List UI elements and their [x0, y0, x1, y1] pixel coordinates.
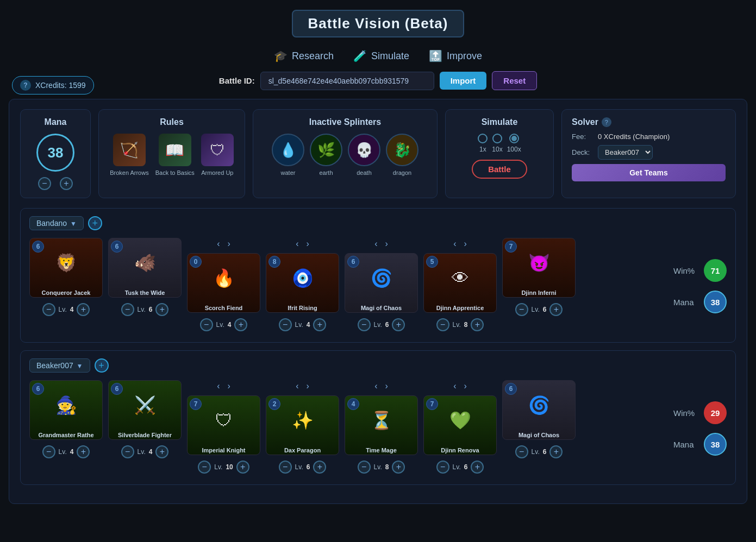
xcredits-help-icon[interactable]: ?: [20, 80, 31, 91]
solver-fee-value: 0 XCredits (Champion): [598, 133, 670, 141]
card-ifrit-increase[interactable]: +: [313, 318, 326, 331]
card-conqueror-jacek-increase[interactable]: +: [77, 303, 90, 316]
team2-nav2-prev[interactable]: ‹: [293, 380, 301, 392]
card-magi-chaos-lv: Lv.: [374, 321, 382, 329]
card-djinn-inferni-image: 7 😈 Djinn Inferni: [502, 238, 576, 298]
card-time-mage-mana: 4: [347, 398, 359, 410]
team2-nav3-prev[interactable]: ‹: [372, 380, 379, 392]
mana-title: Mana: [30, 117, 80, 127]
card-silverblade-increase[interactable]: +: [155, 445, 168, 458]
card-imperial-knight-increase[interactable]: +: [236, 461, 249, 474]
team1-nav4-next[interactable]: ›: [462, 238, 469, 250]
card-conqueror-jacek-image: 6 🦁 Conqueror Jacek: [29, 238, 103, 298]
card-djinn-renova-increase[interactable]: +: [471, 461, 484, 474]
app-header: Battle Vision (Beta): [0, 0, 756, 43]
xcredits-label: XCredits: 1599: [35, 81, 86, 90]
sim-1x[interactable]: 1x: [478, 134, 488, 153]
mana-value: 38: [36, 134, 74, 172]
battle-id-label: Battle ID:: [219, 76, 255, 85]
card-magi-chaos-name: Magi of Chaos: [345, 302, 417, 312]
mana-decrease-button[interactable]: −: [38, 177, 51, 190]
card-silverblade-lv-num: 4: [149, 448, 153, 456]
team2-nav2-next[interactable]: ›: [304, 380, 311, 392]
nav-simulate[interactable]: 🧪 Simulate: [353, 49, 409, 62]
team1-nav1-prev[interactable]: ‹: [215, 238, 222, 250]
card-magi-chaos-2-increase[interactable]: +: [549, 445, 563, 458]
card-djinn-apprentice-decrease[interactable]: −: [436, 318, 449, 331]
team1-nav3-prev[interactable]: ‹: [372, 238, 379, 250]
card-silverblade-name: Silverblade Fighter: [109, 430, 181, 439]
card-djinn-inferni-decrease[interactable]: −: [515, 303, 528, 316]
team2-nav4-next[interactable]: ›: [462, 380, 469, 392]
card-tusk-decrease[interactable]: −: [121, 303, 134, 316]
card-silverblade-decrease[interactable]: −: [121, 445, 134, 458]
sim-10x-radio[interactable]: [492, 134, 502, 143]
team1-nav4-prev[interactable]: ‹: [451, 238, 458, 250]
team2-cards-row: 6 🧙 Grandmaster Rathe − Lv. 4 +: [29, 380, 661, 477]
card-tusk-mana: 6: [111, 241, 123, 253]
card-dax-paragon-increase[interactable]: +: [313, 461, 326, 474]
sim-1x-radio[interactable]: [478, 134, 488, 143]
card-djinn-inferni-increase[interactable]: +: [549, 303, 563, 316]
card-imperial-knight-decrease[interactable]: −: [198, 461, 211, 474]
team1-mana-summary: Mana 38: [673, 291, 727, 313]
card-djinn-apprentice-name: Djinn Apprentice: [424, 302, 496, 312]
battle-id-input[interactable]: [260, 72, 434, 90]
nav-improve[interactable]: 🔝 Improve: [429, 49, 482, 62]
solver-panel: Solver ? Fee: 0 XCredits (Champion) Deck…: [561, 109, 736, 198]
card-scorch-decrease[interactable]: −: [200, 318, 213, 331]
team2-add-button[interactable]: +: [95, 358, 109, 373]
card-scorch-increase[interactable]: +: [234, 318, 247, 331]
sim-10x[interactable]: 10x: [492, 134, 502, 153]
team1-nav2-prev[interactable]: ‹: [293, 238, 301, 250]
card-magi-chaos-decrease[interactable]: −: [358, 318, 371, 331]
sim-100x-radio[interactable]: [509, 134, 519, 143]
mana-increase-button[interactable]: +: [60, 177, 73, 190]
card-grandmaster-rathe-name: Grandmaster Rathe: [30, 430, 102, 439]
reset-button[interactable]: Reset: [492, 71, 537, 90]
card-time-mage-decrease[interactable]: −: [358, 461, 371, 474]
get-teams-button[interactable]: Get Teams: [572, 164, 726, 181]
team2-player-name[interactable]: Beaker007 ▼: [29, 358, 90, 373]
card-magi-chaos-2-decrease[interactable]: −: [515, 445, 528, 458]
team1-nav2-next[interactable]: ›: [304, 238, 311, 250]
rule-armored-up: 🛡 Armored Up: [201, 134, 234, 176]
card-grandmaster-rathe-decrease[interactable]: −: [42, 445, 55, 458]
card-djinn-inferni-lv: Lv.: [532, 306, 540, 313]
team2-nav4-prev[interactable]: ‹: [451, 380, 458, 392]
team1-nav1-next[interactable]: ›: [226, 238, 233, 250]
battle-id-row: Battle ID: Import Reset: [0, 68, 756, 96]
team1-add-button[interactable]: +: [88, 216, 102, 230]
card-magi-chaos-increase[interactable]: +: [392, 318, 405, 331]
team2-nav1-next[interactable]: ›: [226, 380, 233, 392]
card-time-mage-level-row: − Lv. 8 +: [358, 458, 405, 477]
battle-button[interactable]: Battle: [472, 160, 527, 179]
card-ifrit-decrease[interactable]: −: [279, 318, 292, 331]
card-magi-chaos-2-name: Magi of Chaos: [503, 430, 575, 439]
team2-nav3-next[interactable]: ›: [383, 380, 390, 392]
card-grandmaster-rathe-increase[interactable]: +: [77, 445, 90, 458]
card-dax-paragon-decrease[interactable]: −: [279, 461, 292, 474]
team2-mana-label: Mana: [673, 440, 698, 449]
sim-100x[interactable]: 100x: [507, 134, 521, 153]
rule-back-to-basics: 📖 Back to Basics: [155, 134, 195, 176]
card-djinn-apprentice-increase[interactable]: +: [471, 318, 484, 331]
team1-nav3-next[interactable]: ›: [383, 238, 390, 250]
card-tusk-increase[interactable]: +: [155, 303, 168, 316]
team2-nav1-prev[interactable]: ‹: [215, 380, 222, 392]
solver-help-icon[interactable]: ?: [602, 117, 611, 127]
card-ifrit-name: Ifrit Rising: [266, 302, 339, 312]
card-time-mage-increase[interactable]: +: [392, 461, 405, 474]
card-magi-chaos-lv-num: 6: [385, 321, 389, 329]
card-djinn-apprentice-lv-num: 8: [464, 321, 468, 329]
solver-deck-select[interactable]: Beaker007: [598, 145, 653, 160]
import-button[interactable]: Import: [440, 72, 487, 90]
card-djinn-renova-decrease[interactable]: −: [436, 461, 449, 474]
nav-research[interactable]: 🎓 Research: [274, 49, 334, 62]
card-conqueror-jacek-decrease[interactable]: −: [42, 303, 55, 316]
card-imperial-knight-mana: 7: [190, 398, 202, 410]
card-dax-paragon-mana: 2: [268, 398, 280, 410]
card-djinn-apprentice-level-row: − Lv. 8 +: [436, 316, 484, 335]
water-label: water: [281, 169, 296, 176]
team1-player-name[interactable]: Bandano ▼: [29, 216, 84, 230]
